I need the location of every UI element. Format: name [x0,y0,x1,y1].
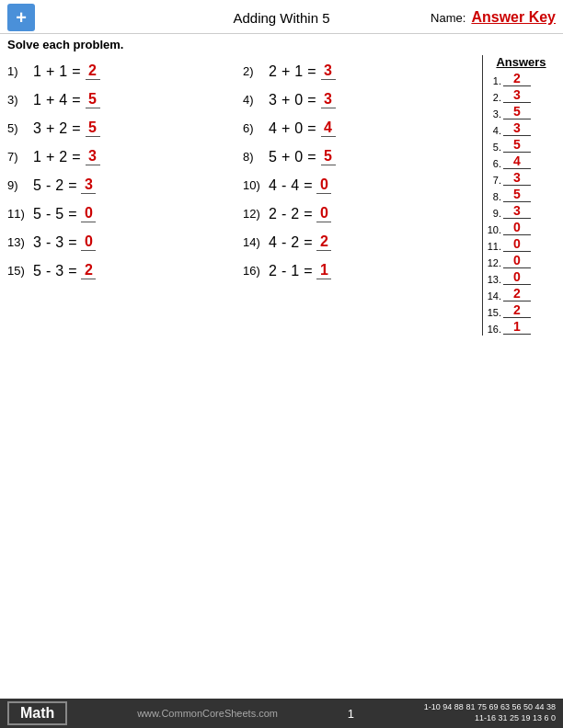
answer-item: 5. 5 [487,137,556,153]
answer-value: 5 [86,119,100,137]
problem-expression: 3 + 2 = 5 [33,119,100,137]
problem-row: 13) 3 - 3 = 0 14) 4 - 2 = 2 [7,226,478,255]
problem-number: 15) [7,264,29,278]
answer-item-number: 12. [487,257,501,268]
operand-b: 4 [291,177,299,194]
operator: + [46,92,54,108]
problem-number: 5) [7,121,29,135]
answer-value: 3 [81,176,96,194]
answer-item: 13. 0 [487,269,556,285]
operand-b: 1 [294,63,303,80]
operand-a: 2 [269,206,277,222]
problem-number: 2) [243,64,265,78]
name-label: Name: [431,11,465,25]
operand-b: 3 [55,234,63,251]
footer-url: www.CommonCoreSheets.com [137,708,278,719]
problem-right: 14) 4 - 2 = 2 [243,233,478,251]
problem-expression: 4 - 2 = 2 [269,233,331,251]
problem-expression: 3 + 0 = 3 [269,91,336,108]
answer-item-value: 0 [503,236,531,252]
operand-a: 5 [33,263,41,279]
answer-item-value: 3 [503,120,531,136]
answer-item-number: 14. [487,290,501,301]
equals-sign: = [304,234,312,251]
answer-item-value: 2 [503,286,531,301]
equals-sign: = [307,63,316,80]
operand-b: 2 [55,177,63,194]
answer-item-number: 2. [487,92,501,103]
problem-expression: 5 + 0 = 5 [269,148,336,165]
problem-right: 16) 2 - 1 = 1 [243,262,478,279]
equals-sign: = [68,234,76,251]
answer-item-number: 8. [487,191,501,202]
answer-item-value: 3 [503,170,531,186]
operand-b: 2 [59,149,67,165]
problem-right: 12) 2 - 2 = 0 [243,205,478,222]
answer-key-label: Answer Key [471,9,556,26]
answer-item-value: 0 [503,269,531,285]
problem-row: 3) 1 + 4 = 5 4) 3 + 0 = 3 [7,84,478,112]
answer-item-value: 5 [503,137,531,153]
answer-item-number: 16. [487,324,501,335]
answer-value: 5 [86,91,100,108]
answer-item-number: 13. [487,274,501,285]
answer-value: 2 [86,63,100,80]
answer-item-value: 5 [503,104,531,119]
header-right: Name: Answer Key [431,9,556,26]
answer-item: 9. 3 [487,203,556,219]
answer-value: 5 [321,148,336,165]
problem-number: 16) [243,264,265,278]
operator: - [46,177,51,194]
answer-value: 2 [316,233,331,251]
equals-sign: = [68,263,76,279]
problem-row: 7) 1 + 2 = 3 8) 5 + 0 = 5 [7,141,478,169]
footer-math-label: Math [7,701,67,725]
operand-a: 4 [269,234,277,251]
answer-value: 3 [321,63,336,80]
operator: - [282,177,286,194]
operand-b: 0 [294,149,303,165]
problem-expression: 5 - 2 = 3 [33,176,96,194]
answer-value: 3 [86,148,100,165]
problem-right: 4) 3 + 0 = 3 [243,91,478,108]
problem-right: 2) 2 + 1 = 3 [243,63,478,80]
equals-sign: = [307,92,316,108]
answer-item: 14. 2 [487,286,556,301]
operator: - [282,234,286,251]
operand-a: 5 [269,149,277,165]
problem-expression: 5 - 3 = 2 [33,262,96,279]
equals-sign: = [304,206,312,222]
answer-item-value: 3 [503,203,531,219]
answer-value: 2 [81,262,96,279]
operator: + [282,120,290,137]
problem-expression: 1 + 2 = 3 [33,148,100,165]
problem-expression: 1 + 4 = 5 [33,91,100,108]
answer-item-number: 1. [487,75,501,86]
problem-expression: 5 - 5 = 0 [33,205,96,222]
answer-item: 16. 1 [487,319,556,335]
operand-a: 4 [269,120,277,137]
problem-left: 7) 1 + 2 = 3 [7,148,243,165]
problem-expression: 4 + 0 = 4 [269,119,336,137]
answer-item: 12. 0 [487,253,556,268]
equals-sign: = [72,92,80,108]
operand-a: 5 [33,206,41,222]
equals-sign: = [72,63,80,80]
answer-value: 0 [316,205,331,222]
answer-value: 0 [81,233,96,251]
problem-number: 9) [7,178,29,192]
operand-b: 3 [55,263,63,279]
answer-value: 1 [316,262,331,279]
problem-number: 13) [7,235,29,249]
operator: - [282,206,286,222]
answer-item: 3. 5 [487,104,556,119]
operand-a: 5 [33,177,41,194]
answer-item: 6. 4 [487,154,556,169]
problem-row: 9) 5 - 2 = 3 10) 4 - 4 = 0 [7,169,478,198]
problem-row: 5) 3 + 2 = 5 6) 4 + 0 = 4 [7,112,478,141]
answers-sidebar: Answers 1. 2 2. 3 3. 5 4. 3 5. 5 6. 4 7.… [482,55,556,336]
operand-a: 2 [269,63,277,80]
answer-value: 0 [316,176,331,194]
problem-expression: 4 - 4 = 0 [269,176,331,194]
header: + Adding Within 5 Name: Answer Key [0,0,563,34]
